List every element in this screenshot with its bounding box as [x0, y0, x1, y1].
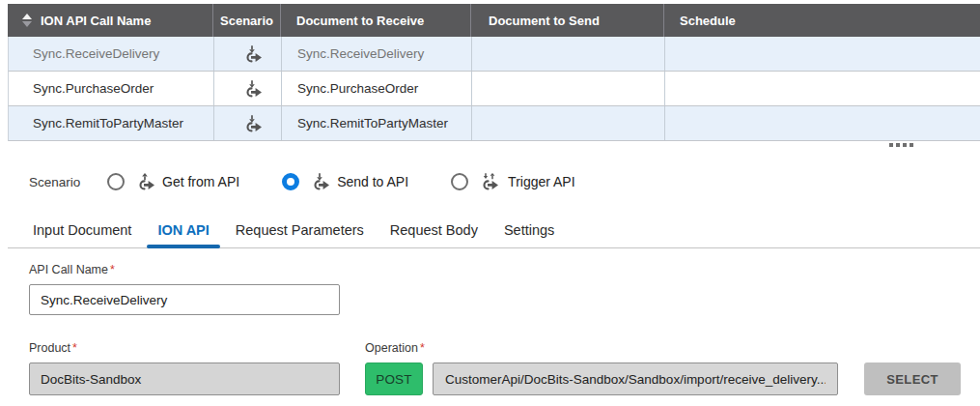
- product-label: Product*: [29, 341, 340, 355]
- column-header-document-to-receive[interactable]: Document to Receive: [280, 4, 470, 37]
- api-call-name-input[interactable]: [29, 284, 340, 315]
- cell-scenario[interactable]: [213, 72, 281, 105]
- endpoint-input: [433, 362, 838, 395]
- table-row[interactable]: Sync.ReceiveDelivery Sync.ReceiveDeliver…: [8, 37, 980, 72]
- radio-option-label: Send to API: [337, 174, 408, 189]
- cell-scenario[interactable]: [213, 37, 281, 71]
- column-header-document-to-send[interactable]: Document to Send: [470, 4, 663, 37]
- http-method-badge: POST: [365, 362, 423, 395]
- sort-icon[interactable]: [22, 14, 32, 27]
- tab-settings[interactable]: Settings: [504, 217, 554, 247]
- radio-option-label: Get from API: [162, 174, 239, 189]
- column-header-ion-api-call-name[interactable]: ION API Call Name: [8, 4, 212, 37]
- cell-document-to-receive[interactable]: Sync.PurchaseOrder: [281, 72, 471, 105]
- table-header-row: ION API Call Name Scenario Document to R…: [8, 4, 980, 37]
- radio-option-get-from-api[interactable]: Get from API: [107, 172, 239, 191]
- radio-checked[interactable]: [282, 173, 299, 190]
- scenario-group-label: Scenario: [29, 175, 79, 189]
- trigger-api-icon: [479, 172, 502, 191]
- detail-tabbar: Input Document ION API Request Parameter…: [8, 217, 980, 248]
- product-input: [29, 362, 340, 395]
- send-to-api-icon: [310, 172, 331, 191]
- tab-request-parameters[interactable]: Request Parameters: [236, 217, 364, 247]
- send-to-api-icon: [242, 79, 264, 99]
- cell-api-call-name[interactable]: Sync.ReceiveDelivery: [9, 37, 213, 71]
- api-call-name-field-group: API Call Name*: [29, 263, 340, 315]
- cell-api-call-name[interactable]: Sync.RemitToPartyMaster: [9, 106, 213, 140]
- cell-document-to-send[interactable]: [471, 72, 664, 105]
- required-asterisk: *: [72, 341, 77, 355]
- cell-schedule[interactable]: [664, 37, 980, 71]
- cell-scenario[interactable]: [213, 106, 281, 140]
- product-operation-row: Product* Operation* POST SELECT: [29, 341, 961, 395]
- tab-input-document[interactable]: Input Document: [33, 217, 131, 247]
- radio-option-label: Trigger API: [508, 174, 575, 189]
- cell-schedule[interactable]: [664, 106, 980, 140]
- api-call-name-label: API Call Name*: [29, 263, 340, 276]
- required-asterisk: *: [110, 263, 115, 276]
- cell-api-call-name[interactable]: Sync.PurchaseOrder: [9, 72, 213, 105]
- operation-label: Operation*: [365, 341, 961, 355]
- scenario-radio-group: Scenario Get from API Send to API Trigge…: [29, 170, 575, 193]
- tab-request-body[interactable]: Request Body: [390, 217, 478, 247]
- radio-unchecked[interactable]: [451, 173, 468, 190]
- operation-field-group: Operation* POST SELECT: [365, 341, 961, 395]
- radio-option-send-to-api[interactable]: Send to API: [282, 172, 408, 191]
- radio-unchecked[interactable]: [107, 173, 125, 190]
- operation-row: POST SELECT: [365, 362, 961, 395]
- required-asterisk: *: [420, 341, 425, 355]
- column-header-schedule[interactable]: Schedule: [663, 4, 980, 37]
- tab-ion-api[interactable]: ION API: [157, 217, 209, 247]
- cell-document-to-send[interactable]: [471, 106, 664, 140]
- api-calls-table: ION API Call Name Scenario Document to R…: [8, 4, 980, 141]
- send-to-api-icon: [242, 114, 264, 133]
- product-field-group: Product*: [29, 341, 340, 395]
- cell-document-to-send[interactable]: [471, 37, 664, 71]
- table-row[interactable]: Sync.PurchaseOrder Sync.PurchaseOrder: [8, 72, 980, 106]
- cell-document-to-receive[interactable]: Sync.RemitToPartyMaster: [281, 106, 471, 140]
- select-operation-button[interactable]: SELECT: [864, 362, 961, 395]
- cell-document-to-receive[interactable]: Sync.ReceiveDelivery: [281, 37, 471, 71]
- table-resize-handle[interactable]: [889, 143, 913, 147]
- radio-option-trigger-api[interactable]: Trigger API: [451, 172, 575, 191]
- column-header-scenario[interactable]: Scenario: [212, 4, 280, 37]
- column-header-label: ION API Call Name: [41, 14, 151, 28]
- table-row[interactable]: Sync.RemitToPartyMaster Sync.RemitToPart…: [8, 106, 980, 141]
- send-to-api-icon: [242, 44, 264, 64]
- get-from-api-icon: [135, 172, 156, 191]
- cell-schedule[interactable]: [664, 72, 980, 105]
